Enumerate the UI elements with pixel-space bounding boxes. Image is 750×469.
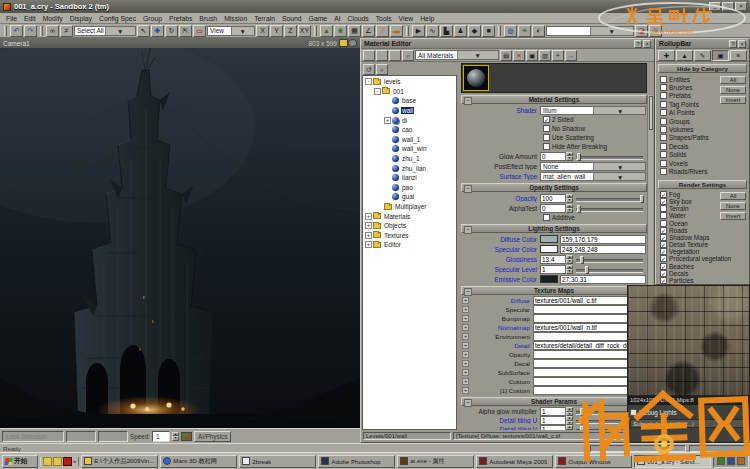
specular-level-stepper[interactable]: ▲▼ <box>566 265 573 274</box>
checkbox[interactable] <box>660 234 667 241</box>
render-flag-row[interactable]: Roads <box>660 227 747 234</box>
pick-material-icon[interactable]: + <box>552 50 564 61</box>
glow-amount-input[interactable] <box>540 152 566 161</box>
assign-material-icon[interactable]: → <box>565 50 577 61</box>
close-icon[interactable]: × <box>643 40 651 48</box>
shader-param-input[interactable] <box>540 416 566 425</box>
tree-item-label[interactable]: wall_1 <box>401 136 421 143</box>
render-flag-row[interactable]: Procedural vegetation <box>660 255 747 262</box>
maximize-button[interactable]: □ <box>722 2 734 11</box>
terrain-color-icon[interactable] <box>181 432 192 441</box>
texture-path-input[interactable] <box>533 332 635 341</box>
tree-item[interactable]: Multiplayer <box>363 202 456 212</box>
texture-path-input[interactable] <box>533 341 635 350</box>
material-tree[interactable]: - levels - 001 base <box>362 75 457 430</box>
hide-category-row[interactable]: Volumes <box>660 125 747 133</box>
tree-item[interactable]: lianzi <box>363 173 456 183</box>
tree-expand-icon[interactable]: + <box>365 241 372 248</box>
grid-snap-icon[interactable]: ▦ <box>348 25 361 37</box>
menu-item[interactable]: Game <box>306 15 331 22</box>
terrain-icon[interactable]: ▲ <box>320 25 333 37</box>
glossiness-input[interactable] <box>540 255 566 264</box>
view-combo[interactable]: View▼ <box>207 26 255 36</box>
tree-item[interactable]: + Textures <box>363 231 456 241</box>
chevron-down-icon[interactable]: ▼ <box>231 27 255 35</box>
checkbox[interactable] <box>660 255 667 262</box>
hide-category-row[interactable]: Roads/Rivers <box>660 167 747 175</box>
menu-item[interactable]: Tools <box>373 15 395 22</box>
material-preview-thumbnail[interactable] <box>463 65 489 91</box>
checkbox[interactable] <box>543 125 550 132</box>
tree-item[interactable]: + di <box>363 115 456 125</box>
database-view-icon[interactable]: ◍ <box>504 25 517 37</box>
quicklaunch-folder-icon[interactable] <box>43 457 52 466</box>
chevron-down-icon[interactable]: ▼ <box>457 51 499 59</box>
texture-path-input[interactable] <box>533 359 635 368</box>
search-icon[interactable]: ⌕ <box>402 50 414 61</box>
menu-item[interactable]: File <box>3 15 20 22</box>
category-action-button[interactable]: Invert <box>720 96 746 104</box>
console-command-input[interactable]: ▼ <box>546 26 634 36</box>
tree-item-label[interactable]: guai <box>401 193 415 200</box>
viewport-camera-label[interactable]: Camera1 <box>3 40 30 47</box>
taskbar-task-button[interactable]: ai.exe - 属性 <box>397 455 474 468</box>
hide-category-row[interactable]: Shapes/Paths <box>660 134 747 142</box>
taskbar-task-button[interactable]: 2break <box>239 455 316 468</box>
checkbox[interactable] <box>543 143 550 150</box>
additive-row[interactable]: Additive <box>461 213 647 222</box>
scale-icon[interactable]: ⇱ <box>179 25 192 37</box>
tree-item-label[interactable]: base <box>401 97 417 104</box>
checkbox[interactable] <box>660 248 667 255</box>
expand-icon[interactable] <box>462 351 469 358</box>
checkbox[interactable] <box>660 118 667 125</box>
menu-item[interactable]: Terrain <box>251 15 278 22</box>
tree-expand-icon[interactable]: + <box>384 117 391 124</box>
quicklaunch-app-icon[interactable] <box>63 457 72 466</box>
physics-tool-icon[interactable]: ◆ <box>468 25 481 37</box>
viewport-snapshot-icon[interactable] <box>339 39 348 47</box>
shader-param-stepper[interactable]: ▲▼ <box>566 425 573 430</box>
render-flag-row[interactable]: Ocean <box>660 219 747 226</box>
rotate-icon[interactable]: ↻ <box>165 25 178 37</box>
tree-item-label[interactable]: Textures <box>383 232 410 239</box>
chevron-down-icon[interactable]: ▼ <box>590 27 634 35</box>
tab-layers[interactable]: ≡ <box>730 50 747 61</box>
tree-item[interactable]: - levels <box>363 77 456 87</box>
hide-category-row[interactable]: Groups <box>660 117 747 125</box>
expand-icon[interactable] <box>462 315 469 322</box>
camera-icon[interactable]: ◐ <box>532 25 545 37</box>
tree-item-label[interactable]: Multiplayer <box>394 203 427 210</box>
hide-by-category-header[interactable]: Hide by Category <box>658 64 747 73</box>
lock-selection-button[interactable]: Lock Selection <box>2 431 64 442</box>
stairs-tool-icon[interactable]: ▙ <box>440 25 453 37</box>
delete-material-icon[interactable]: ✕ <box>513 50 525 61</box>
select-icon[interactable]: ↖ <box>137 25 150 37</box>
emissive-color-input[interactable] <box>560 275 646 284</box>
render-flag-row[interactable]: Beaches <box>660 263 747 270</box>
close-button[interactable]: × <box>735 2 747 11</box>
material-editor-header[interactable]: Material Editor ? × <box>361 39 654 49</box>
expand-icon[interactable] <box>462 297 469 304</box>
expand-icon[interactable] <box>462 360 469 367</box>
debug-lights-row[interactable]: Debug Lights <box>630 408 747 417</box>
tree-item-label[interactable]: Materials <box>383 213 411 220</box>
checkbox[interactable] <box>660 109 667 116</box>
checkbox[interactable] <box>543 134 550 141</box>
tray-icon[interactable] <box>737 457 745 465</box>
checkbox[interactable] <box>660 151 667 158</box>
hide-category-row[interactable]: Decals <box>660 142 747 150</box>
tree-item-label[interactable]: pao <box>401 184 414 191</box>
diffuse-color-input[interactable] <box>560 235 646 244</box>
posteffect-dropdown[interactable]: None▼ <box>540 162 646 171</box>
checkbox[interactable] <box>660 101 667 108</box>
render-action-button[interactable]: All <box>720 192 746 200</box>
find-material-icon[interactable]: ⌕ <box>376 64 388 75</box>
menu-item[interactable]: Display <box>67 15 95 22</box>
tree-item-label[interactable]: zhu_1 <box>401 155 421 162</box>
section-header-shader-params[interactable]: Shader Params <box>461 397 647 406</box>
section-header-lighting-settings[interactable]: Lighting Settings <box>461 224 647 233</box>
subsets-dropdown[interactable]: Subsets (sys_budget...) <box>630 419 747 428</box>
checkbox[interactable] <box>660 126 667 133</box>
checkbox[interactable] <box>543 116 550 123</box>
texture-path-input[interactable] <box>533 368 635 377</box>
